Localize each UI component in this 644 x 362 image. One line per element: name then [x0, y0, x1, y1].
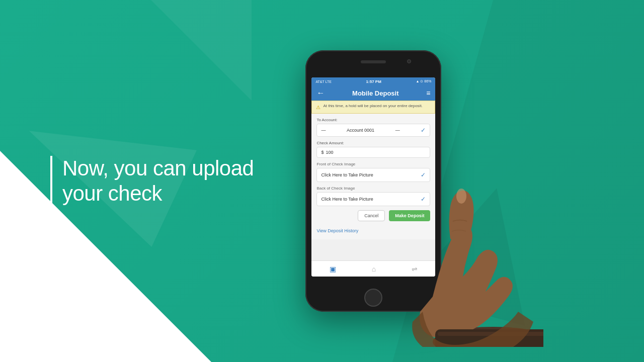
app-header: ← Mobile Deposit ≡	[311, 85, 435, 101]
headline-line1: Now, you can upload	[62, 156, 254, 180]
headline-text: Now, you can upload your check	[62, 156, 254, 207]
check-amount-label: Check Amount:	[316, 141, 430, 145]
dollar-sign: $	[321, 150, 324, 155]
status-bar: AT&T LTE 1:57 PM ▲ ⊙ 86%	[311, 77, 435, 85]
warning-banner: ⚠ At this time, a hold will be placed on…	[311, 101, 435, 114]
app-title: Mobile Deposit	[352, 89, 398, 97]
phone-speaker	[361, 60, 386, 63]
account-dash-right: —	[395, 128, 400, 133]
account-dash-left: —	[321, 128, 326, 133]
back-button[interactable]: ←	[316, 88, 325, 98]
menu-button[interactable]: ≡	[426, 89, 430, 97]
amount-value: 100	[326, 150, 333, 155]
svg-point-1	[456, 189, 466, 204]
hand-illustration	[342, 156, 543, 347]
headline-line2: your check	[62, 182, 162, 205]
tab-icon-1[interactable]: ▣	[330, 265, 336, 273]
account-check-icon: ✓	[421, 127, 426, 134]
left-section: Now, you can upload your check	[0, 0, 282, 362]
status-icons: ▲ ⊙ 86%	[416, 79, 432, 83]
headline-block: Now, you can upload your check	[50, 156, 254, 207]
account-row[interactable]: — Account 0001 — ✓	[316, 124, 430, 137]
warning-icon: ⚠	[316, 104, 320, 111]
status-time: 1:57 PM	[366, 79, 381, 84]
warning-text: At this time, a hold will be placed on y…	[323, 104, 422, 109]
phone-camera	[407, 59, 411, 63]
to-account-label: To Account:	[316, 118, 430, 122]
account-name: Account 0001	[347, 128, 374, 133]
status-carrier: AT&T LTE	[315, 80, 332, 83]
